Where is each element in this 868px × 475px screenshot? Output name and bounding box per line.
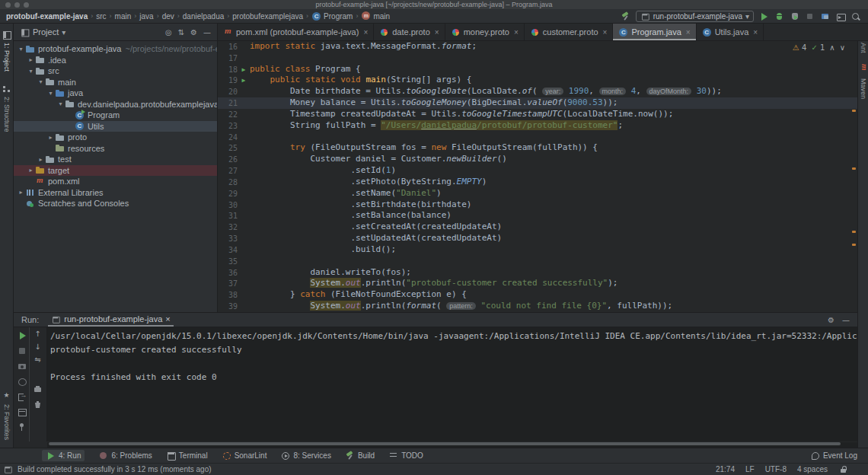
exit-icon[interactable] bbox=[17, 391, 27, 401]
line-number[interactable]: 28 bbox=[218, 177, 238, 188]
collapsed-chevron-icon[interactable]: ▸ bbox=[37, 156, 45, 163]
breadcrumb-item[interactable]: src bbox=[96, 12, 106, 21]
close-icon[interactable]: × bbox=[686, 28, 691, 37]
hide-panel-icon[interactable]: — bbox=[842, 316, 850, 324]
tool-stripe-button-1-project[interactable]: 1: Project bbox=[2, 30, 11, 72]
close-icon[interactable]: × bbox=[435, 28, 439, 37]
tool-window-button-sonarlint[interactable]: SonarLint bbox=[222, 451, 267, 461]
scroll-end-icon[interactable] bbox=[33, 369, 43, 379]
tree-row[interactable]: ▸proto bbox=[14, 132, 217, 143]
collapsed-chevron-icon[interactable]: ▸ bbox=[27, 56, 35, 63]
caret-position[interactable]: 21:74 bbox=[716, 465, 735, 473]
line-number[interactable]: 30 bbox=[218, 199, 238, 211]
editor-tab[interactable]: Program.java× bbox=[613, 24, 696, 40]
stop-disabled-icon[interactable] bbox=[805, 11, 815, 21]
breadcrumb-item[interactable]: Program bbox=[311, 11, 353, 21]
event-log-button[interactable]: Event Log bbox=[810, 451, 857, 461]
run-console[interactable]: /usr/local/Cellar/openjdk/15.0.1/libexec… bbox=[47, 327, 857, 442]
breadcrumb-item[interactable]: main bbox=[115, 12, 132, 21]
tool-stripe-button-maven[interactable]: Maven bbox=[858, 65, 868, 99]
console-horizontal-scrollbar[interactable] bbox=[47, 442, 857, 448]
line-number[interactable]: 19 bbox=[218, 75, 238, 86]
code-editor[interactable]: 16import static java.text.MessageFormat.… bbox=[218, 41, 857, 312]
line-number[interactable]: 38 bbox=[218, 289, 238, 301]
line-number[interactable]: 34 bbox=[218, 244, 238, 256]
line-number[interactable]: 37 bbox=[218, 278, 238, 289]
tool-window-button-build[interactable]: Build bbox=[345, 451, 375, 461]
run-config-selector[interactable]: run-protobuf-example-java ▾ bbox=[636, 11, 754, 22]
tree-row[interactable]: ▾protobuf-example-java~/projects/new/pro… bbox=[14, 43, 217, 55]
tool-window-button-8-services[interactable]: 8: Services bbox=[280, 451, 330, 461]
close-icon[interactable]: × bbox=[603, 28, 608, 37]
navigate-down-icon[interactable]: ↓ bbox=[34, 343, 40, 351]
line-number[interactable]: 36 bbox=[218, 267, 238, 279]
close-icon[interactable]: × bbox=[165, 314, 170, 324]
tree-row[interactable]: ▸target bbox=[14, 165, 217, 177]
run-gutter-icon[interactable]: ▶ bbox=[238, 75, 250, 86]
tree-row[interactable]: pom.xml bbox=[14, 176, 217, 187]
pin-icon[interactable] bbox=[17, 422, 27, 432]
expanded-chevron-icon[interactable]: ▾ bbox=[56, 100, 65, 107]
line-number[interactable]: 27 bbox=[218, 165, 238, 177]
layouts-icon[interactable] bbox=[17, 406, 27, 416]
collapsed-chevron-icon[interactable]: ▸ bbox=[17, 189, 25, 196]
hide-panel-icon[interactable]: — bbox=[203, 28, 211, 37]
inspection-widget[interactable]: ⚠ 4 ✓ 1 ∧ ∨ bbox=[793, 43, 845, 52]
tool-stripe-button-2-structure[interactable]: 2: Structure bbox=[2, 84, 11, 132]
build-hammer-icon[interactable] bbox=[621, 11, 630, 21]
tool-window-button-6-problems[interactable]: 6: Problems bbox=[98, 451, 152, 461]
breadcrumb-item[interactable]: protobufexamplejava bbox=[232, 12, 303, 21]
close-icon[interactable]: × bbox=[753, 28, 758, 37]
expanded-chevron-icon[interactable]: ▾ bbox=[46, 90, 55, 97]
line-number[interactable]: 17 bbox=[218, 53, 238, 64]
tree-row[interactable]: Program bbox=[14, 110, 217, 121]
expanded-chevron-icon[interactable]: ▾ bbox=[37, 78, 45, 85]
run-tab[interactable]: run-protobuf-example-java × bbox=[48, 313, 173, 327]
modules-icon[interactable] bbox=[820, 11, 830, 21]
line-number[interactable]: 26 bbox=[218, 154, 238, 165]
tree-row[interactable]: Utils bbox=[14, 121, 217, 132]
search-icon[interactable] bbox=[850, 11, 860, 21]
line-number[interactable]: 25 bbox=[218, 142, 238, 154]
editor-tab[interactable]: customer.proto× bbox=[525, 24, 614, 40]
tree-row[interactable]: ▸External Libraries bbox=[14, 187, 217, 199]
close-icon[interactable]: × bbox=[514, 28, 519, 37]
project-view-selector[interactable]: Project ▾ bbox=[20, 27, 65, 37]
line-number[interactable]: 35 bbox=[218, 256, 238, 267]
tree-row[interactable]: resources bbox=[14, 143, 217, 155]
debug-icon[interactable] bbox=[774, 11, 784, 21]
indent-setting[interactable]: 4 spaces bbox=[797, 465, 828, 473]
line-number[interactable]: 23 bbox=[218, 120, 238, 132]
file-encoding[interactable]: UTF-8 bbox=[765, 465, 787, 473]
profiler-icon[interactable] bbox=[17, 376, 27, 386]
tree-row[interactable]: Scratches and Consoles bbox=[14, 198, 217, 209]
breadcrumb-item[interactable]: protobuf-example-java bbox=[6, 12, 88, 21]
soft-wrap-icon[interactable]: ⇋ bbox=[34, 356, 40, 364]
tool-window-switcher-icon[interactable] bbox=[4, 465, 11, 473]
collapsed-chevron-icon[interactable]: ▸ bbox=[27, 167, 35, 174]
breadcrumb-item[interactable]: danielpadua bbox=[183, 12, 225, 21]
editor-tab[interactable]: pom.xml (protobuf-example-java)× bbox=[218, 24, 374, 40]
locate-file-icon[interactable]: ◎ bbox=[165, 28, 172, 37]
line-number[interactable]: 31 bbox=[218, 210, 238, 222]
run-arrow-icon[interactable]: ▶ bbox=[242, 66, 246, 73]
coverage-icon[interactable] bbox=[790, 11, 799, 21]
gear-icon[interactable]: ⚙ bbox=[190, 28, 197, 37]
navigate-up-icon[interactable]: ↑ bbox=[34, 330, 40, 338]
line-number[interactable]: 20 bbox=[218, 86, 238, 97]
line-number[interactable]: 39 bbox=[218, 301, 238, 312]
line-number[interactable]: 18 bbox=[218, 64, 238, 75]
clear-icon[interactable] bbox=[33, 400, 43, 410]
tool-stripe-button-2-favorites[interactable]: 2: Favorites bbox=[2, 391, 12, 440]
line-ending[interactable]: LF bbox=[745, 465, 755, 473]
breadcrumb-item[interactable]: java bbox=[139, 12, 153, 21]
tree-row[interactable]: ▾src bbox=[14, 65, 217, 77]
gear-icon[interactable]: ⚙ bbox=[828, 316, 834, 324]
line-number[interactable]: 32 bbox=[218, 222, 238, 233]
stop-g-icon[interactable] bbox=[17, 346, 27, 355]
collapse-all-icon[interactable]: ⇅ bbox=[178, 28, 184, 37]
run-play-icon[interactable] bbox=[759, 11, 769, 21]
run-arrow-icon[interactable]: ▶ bbox=[242, 77, 246, 84]
console-window-icon[interactable] bbox=[835, 11, 845, 21]
breadcrumb-item[interactable]: main bbox=[361, 11, 390, 21]
